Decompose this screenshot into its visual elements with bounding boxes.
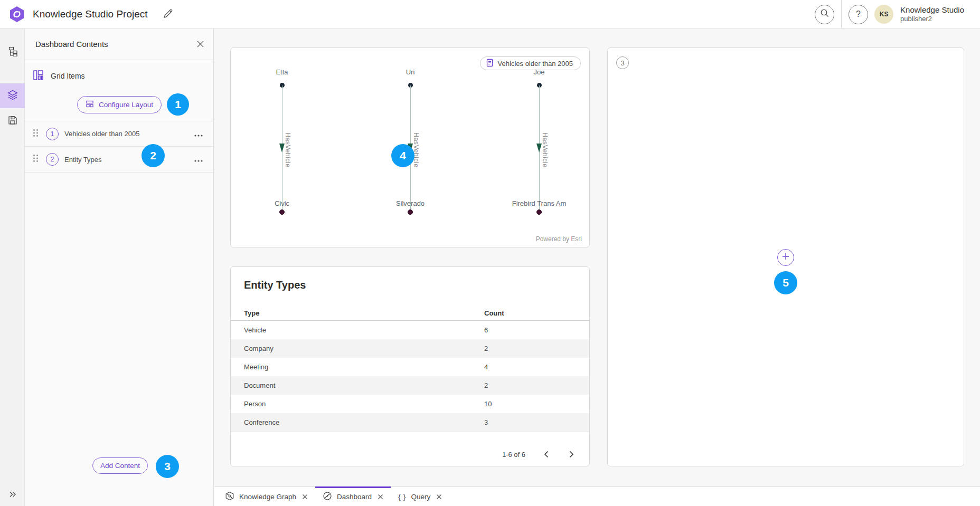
- esri-attribution: Powered by Esri: [536, 235, 582, 243]
- add-content-button[interactable]: Add Content: [92, 457, 148, 474]
- double-chevron-right-icon: [9, 490, 16, 500]
- table-row[interactable]: Vehicle 6: [231, 321, 589, 339]
- item-number-badge: 2: [46, 153, 59, 166]
- save-rail-button[interactable]: [0, 109, 25, 133]
- callout-badge-1: 1: [167, 93, 189, 116]
- expand-rail-button[interactable]: [0, 487, 25, 503]
- knowledge-studio-logo-icon: [8, 5, 26, 23]
- cell-type: Conference: [244, 418, 484, 426]
- grid-item-label: Vehicles older than 2005: [64, 130, 192, 138]
- edit-title-pencil-icon[interactable]: [163, 8, 174, 20]
- item-options-ellipsis-icon[interactable]: [192, 152, 205, 166]
- app-header: Knowledge Studio Project ? KS Knowledge …: [0, 0, 980, 28]
- callout-badge-5: 5: [774, 271, 797, 294]
- tab-label: Knowledge Graph: [239, 493, 296, 501]
- bottom-tab-bar: Knowledge Graph Dashboard { } Query: [214, 486, 980, 506]
- graph-edge-etta-civic[interactable]: Etta HasVehicle Civic: [234, 48, 329, 247]
- panel-title: Dashboard Contents: [35, 28, 108, 60]
- table-row[interactable]: Meeting 4: [231, 358, 589, 376]
- configure-layout-button[interactable]: Configure Layout: [77, 96, 162, 113]
- tab-dashboard[interactable]: Dashboard: [315, 487, 391, 506]
- drag-handle-icon[interactable]: [33, 154, 39, 165]
- column-header-count: Count: [484, 309, 576, 317]
- layers-icon: [7, 90, 18, 102]
- vehicle-node[interactable]: [536, 209, 542, 215]
- close-tab-icon[interactable]: [436, 494, 442, 500]
- close-panel-icon[interactable]: [196, 40, 205, 49]
- dashboard-gauge-icon: [323, 491, 332, 502]
- node-label: Uri: [363, 68, 458, 76]
- card-title: Entity Types: [231, 267, 589, 291]
- grid-items-label: Grid Items: [51, 72, 85, 80]
- pagination-range: 1-6 of 6: [502, 451, 525, 459]
- cell-type: Company: [244, 345, 484, 352]
- user-avatar[interactable]: KS: [874, 5, 893, 24]
- table-row[interactable]: Person 10: [231, 395, 589, 413]
- layers-rail-button[interactable]: [0, 83, 25, 108]
- tab-knowledge-graph[interactable]: Knowledge Graph: [218, 487, 315, 506]
- knowledge-graph-icon: [225, 491, 234, 502]
- table-row[interactable]: Conference 3: [231, 413, 589, 432]
- edge-arrow-icon: [279, 144, 285, 152]
- cell-type: Document: [244, 381, 484, 389]
- user-info[interactable]: Knowledge Studio publisher2: [900, 5, 964, 24]
- node-label: Etta: [234, 68, 329, 76]
- table-row[interactable]: Document 2: [231, 376, 589, 395]
- item-options-ellipsis-icon[interactable]: [192, 127, 205, 141]
- table-body: Vehicle 6 Company 2 Meeting 4 Document 2…: [231, 321, 589, 432]
- callout-badge-4: 4: [391, 144, 414, 167]
- table-header: Type Count: [231, 306, 589, 321]
- previous-page-button[interactable]: [541, 450, 551, 459]
- grid-item-row-2[interactable]: 2 Entity Types: [25, 147, 213, 173]
- close-tab-icon[interactable]: [302, 494, 308, 500]
- graph-edge-joe-firebird[interactable]: Joe HasVehicle Firebird Trans Am: [492, 48, 587, 247]
- help-button[interactable]: ?: [849, 5, 868, 24]
- empty-grid-slot-card: 3: [607, 47, 964, 466]
- search-icon: [820, 8, 830, 20]
- add-item-plus-button[interactable]: [777, 249, 794, 266]
- layout-grid-icon: [86, 100, 94, 110]
- data-model-icon: [7, 46, 17, 59]
- cell-count: 3: [484, 418, 576, 426]
- cell-type: Meeting: [244, 363, 484, 371]
- entity-types-card: Entity Types Type Count Vehicle 6 Compan…: [230, 266, 590, 466]
- cell-type: Vehicle: [244, 326, 484, 334]
- data-model-rail-button[interactable]: [0, 40, 25, 65]
- tab-label: Query: [411, 493, 430, 501]
- drag-handle-icon[interactable]: [33, 129, 39, 139]
- vehicle-node[interactable]: [408, 209, 413, 215]
- left-icon-rail: [0, 28, 25, 506]
- node-label: Joe: [492, 68, 587, 76]
- slot-number-badge: 3: [616, 56, 629, 69]
- user-name: Knowledge Studio: [900, 5, 964, 15]
- panel-header: Dashboard Contents: [25, 28, 213, 60]
- cell-count: 2: [484, 381, 576, 389]
- tab-query[interactable]: { } Query: [391, 487, 449, 506]
- vehicle-node[interactable]: [279, 209, 285, 215]
- cell-count: 10: [484, 400, 576, 408]
- node-label: Silverado: [363, 199, 458, 207]
- knowledge-studio-app: Knowledge Studio Project ? KS Knowledge …: [0, 0, 980, 506]
- search-button[interactable]: [815, 5, 834, 24]
- column-header-type: Type: [244, 309, 484, 317]
- table-row[interactable]: Company 2: [231, 339, 589, 358]
- configure-layout-label: Configure Layout: [99, 101, 153, 109]
- node-label: Civic: [234, 199, 329, 207]
- grid-items-section: Grid Items: [25, 68, 213, 84]
- cell-count: 4: [484, 363, 576, 371]
- plus-icon: [782, 253, 789, 262]
- cell-count: 6: [484, 326, 576, 334]
- next-page-button[interactable]: [567, 450, 576, 459]
- callout-badge-2: 2: [142, 144, 165, 167]
- close-tab-icon[interactable]: [378, 494, 383, 500]
- node-label: Firebird Trans Am: [492, 199, 587, 207]
- edge-label: HasVehicle: [412, 132, 420, 168]
- callout-badge-3: 3: [156, 455, 179, 478]
- cell-count: 2: [484, 345, 576, 352]
- table-pagination: 1-6 of 6: [502, 450, 576, 459]
- save-icon: [8, 116, 17, 127]
- cell-type: Person: [244, 400, 484, 408]
- grid-layout-icon: [33, 70, 44, 83]
- grid-item-row-1[interactable]: 1 Vehicles older than 2005: [25, 121, 213, 147]
- header-actions: ? KS Knowledge Studio publisher2: [815, 0, 964, 28]
